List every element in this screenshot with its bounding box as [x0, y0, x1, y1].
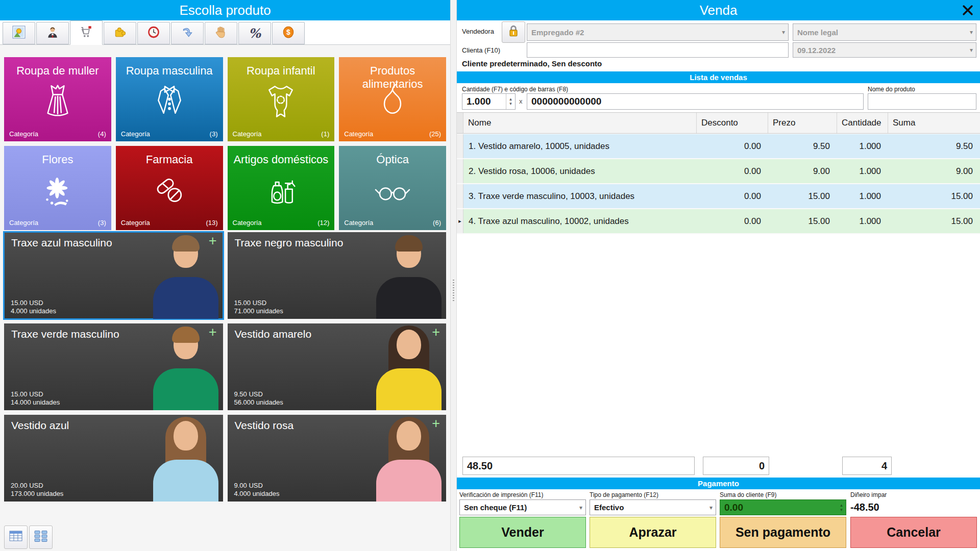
category-tile-artigos-domesticos[interactable]: Artigos domésticos Categoría (12) [228, 146, 335, 230]
product-price-block: 20.00 USD 173.000 unidades [11, 482, 63, 498]
photo-torso [376, 368, 442, 410]
cell-cantidade: 1.000 [837, 191, 888, 202]
category-tile-roupa-masculina[interactable]: Roupa masculina Categoría (3) [116, 57, 223, 141]
category-tile-farmacia[interactable]: Farmacia Categoría (13) [116, 146, 223, 230]
payment-type-label: Tipo de pagamento (F12) [590, 491, 658, 498]
category-tile-roupa-infantil[interactable]: Roupa infantil Categoría (1) [228, 57, 335, 141]
photo-torso [153, 277, 218, 319]
product-tile-traxe-azul-masculino[interactable]: Traxe azul masculino + 15.00 USD 4.000 u… [4, 232, 223, 319]
cancelar-button[interactable]: Cancelar [850, 517, 977, 548]
quantity-stepper[interactable]: 1.000 ▲▼ [462, 93, 516, 110]
product-price: 9.50 USD [234, 390, 283, 398]
sale-panel: Venda Vendedora Empregado #2 ▾ Nome lega… [457, 0, 980, 551]
cell-prezo: 15.00 [768, 191, 837, 202]
percent-icon: % [249, 26, 261, 41]
total-sum-value: 48.50 [467, 460, 493, 472]
product-name-input[interactable] [868, 93, 976, 110]
payment-type-select[interactable]: Efectivo ▾ [590, 499, 716, 515]
column-header-prezo[interactable]: Prezo [768, 113, 837, 133]
category-name: Roupa infantil [228, 57, 335, 78]
item-count-value: 4 [881, 460, 887, 472]
payment-type-value: Efectivo [594, 503, 624, 512]
change-value: -48.50 [850, 502, 879, 513]
table-row-current[interactable]: ▸ 4. Traxe azul masculino, 10002, unidad… [457, 209, 980, 234]
total-sum-field: 48.50 [462, 457, 695, 475]
column-header-desconto[interactable]: Desconto [697, 113, 768, 133]
product-tile-vestido-azul[interactable]: Vestido azul 20.00 USD 173.000 unidades [4, 415, 223, 502]
product-tile-vestido-rosa[interactable]: Vestido rosa + 9.00 USD 4.000 unidades [228, 415, 447, 502]
cell-desconto: 0.00 [697, 141, 768, 152]
category-tile-optica[interactable]: Óptica Categoría (6) [339, 146, 446, 230]
product-tile-traxe-verde-masculino[interactable]: Traxe verde masculino + 15.00 USD 14.000… [4, 323, 223, 410]
table-row[interactable]: 1. Vestido amarelo, 10005, unidades 0.00… [457, 134, 980, 159]
product-price: 15.00 USD [11, 299, 56, 307]
product-tile-vestido-amarelo[interactable]: Vestido amarelo + 9.50 USD 56.000 unidad… [228, 323, 447, 410]
glasses-icon [372, 169, 413, 213]
return-tab-button[interactable] [171, 22, 204, 44]
vender-button[interactable]: Vender [459, 517, 586, 548]
customer-sum-label: Suma do cliente (F9) [720, 491, 776, 498]
person-icon [46, 26, 59, 41]
picture-tab-button[interactable] [3, 22, 35, 44]
add-product-icon[interactable]: + [209, 324, 217, 340]
puzzle-icon [113, 26, 127, 41]
table-row[interactable]: 3. Traxe verde masculino, 10003, unidade… [457, 184, 980, 209]
add-product-icon[interactable]: + [432, 416, 440, 432]
lock-button[interactable] [502, 21, 525, 43]
verification-select[interactable]: Sen cheque (F11) ▾ [459, 499, 586, 515]
row-marker [457, 134, 463, 158]
panel-splitter[interactable] [450, 0, 457, 551]
cell-suma: 9.00 [888, 166, 980, 177]
flower-icon [37, 169, 79, 213]
column-header-nome[interactable]: Nome [463, 113, 697, 133]
vendedora-select[interactable]: Empregado #2 ▾ [527, 23, 789, 41]
category-count: (6) [433, 219, 441, 227]
stepper-arrows-icon[interactable]: ▲▼ [506, 94, 515, 109]
date-select[interactable]: 09.12.2022 ▾ [793, 42, 976, 58]
category-tile-produtos-alimentarios[interactable]: Produtos alimentarios Categoría (25) [339, 57, 446, 141]
payment-tab-button[interactable]: $ [272, 22, 305, 44]
table-view-button[interactable] [4, 525, 28, 549]
sen-pagamento-button[interactable]: Sen pagamento [720, 517, 846, 548]
hold-tab-button[interactable] [205, 22, 237, 44]
category-tile-roupa-de-muller[interactable]: Roupa de muller Categoría (4) [4, 57, 111, 141]
aprazar-button-label: Aprazar [629, 525, 676, 540]
category-name: Farmacia [116, 146, 223, 166]
category-tile-flores[interactable]: Flores Categoría (3) [4, 146, 111, 230]
plugins-tab-button[interactable] [104, 22, 136, 44]
cart-tab-button[interactable] [70, 20, 103, 45]
column-header-cantidade[interactable]: Cantidade [837, 113, 888, 133]
cleaning-icon [260, 169, 302, 213]
customer-sum-stepper[interactable]: 0.00 ▲▼ [720, 499, 846, 515]
product-photo [374, 232, 444, 319]
category-grid: Roupa de muller Categoría (4) Roupa masc… [4, 57, 446, 230]
total-discount-value: 0 [759, 460, 765, 472]
category-type-label: Categoría [233, 130, 262, 138]
discount-tab-button[interactable]: % [238, 22, 271, 44]
product-price-block: 9.50 USD 56.000 unidades [234, 390, 283, 407]
stepper-arrows-icon[interactable]: ▲▼ [837, 500, 846, 515]
close-icon[interactable] [960, 3, 976, 18]
time-tab-button[interactable] [137, 22, 170, 44]
pills-icon [149, 169, 190, 213]
category-type-label: Categoría [233, 219, 262, 227]
add-product-icon[interactable]: + [432, 324, 440, 340]
hand-icon [214, 26, 228, 41]
category-count: (12) [317, 219, 329, 227]
table-row[interactable]: 2. Vestido rosa, 10006, unidades 0.00 9.… [457, 159, 980, 184]
tiles-view-button[interactable] [29, 525, 53, 549]
aprazar-button[interactable]: Aprazar [590, 517, 716, 548]
svg-text:$: $ [286, 28, 290, 36]
nome-legal-select[interactable]: Nome legal ▾ [793, 23, 976, 41]
product-grid: Traxe azul masculino + 15.00 USD 4.000 u… [4, 232, 446, 502]
cell-cantidade: 1.000 [837, 141, 888, 152]
product-units: 4.000 unidades [234, 490, 280, 498]
add-product-icon[interactable]: + [209, 233, 217, 249]
clienta-input[interactable] [527, 42, 789, 58]
seller-tab-button[interactable] [36, 22, 69, 44]
barcode-input[interactable]: 0000000000000 [527, 93, 864, 110]
product-tile-traxe-negro-masculino[interactable]: Traxe negro masculino 15.00 USD 71.000 u… [228, 232, 447, 319]
photo-head [174, 421, 198, 450]
column-header-suma[interactable]: Suma [888, 113, 980, 133]
pagamento-bar: Pagamento [457, 478, 980, 489]
